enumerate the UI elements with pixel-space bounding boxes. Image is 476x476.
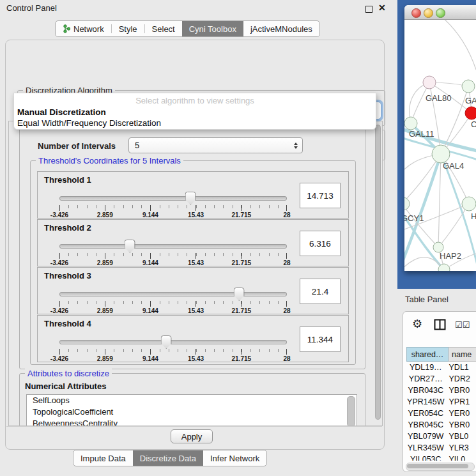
network-view-frame: GAL80 GA GAL11 CY GAL4 GCY1 HA HAP2 xyxy=(397,0,476,289)
close-icon[interactable]: ✕ xyxy=(378,3,386,13)
dropdown-option-manual-discretization[interactable]: Manual Discretization xyxy=(17,107,106,117)
node-gal11[interactable] xyxy=(404,117,417,130)
table-row[interactable]: YER054CYER0 xyxy=(406,408,476,419)
node-gcy1[interactable] xyxy=(404,197,410,210)
gear-icon[interactable]: ⚙ xyxy=(412,318,422,330)
table-row[interactable]: YLR345WYLR3 xyxy=(406,442,476,454)
slider-thumb[interactable] xyxy=(125,240,135,253)
tab-impute-data[interactable]: Impute Data xyxy=(73,450,133,466)
dropdown-option-equal-width-frequency[interactable]: Equal Width/Frequency Discretization xyxy=(17,118,161,128)
table-row[interactable]: YBR043CYBR0 xyxy=(406,385,476,396)
select-columns-checkboxes-icon[interactable]: ☑☑ xyxy=(455,320,470,330)
slider-track[interactable] xyxy=(59,244,287,249)
table-row[interactable]: YBR045CYBR0 xyxy=(406,419,476,431)
cell: YBR0 xyxy=(445,386,476,395)
cell: YDL19… xyxy=(406,363,445,372)
threshold-4-slider[interactable]: -3.426 2.859 9.144 15.43 21.715 28 xyxy=(59,335,287,360)
table-horizontal-scrollbar-thumb[interactable] xyxy=(407,464,468,468)
network-window-titlebar[interactable] xyxy=(404,5,476,20)
tick-label: 28 xyxy=(283,259,290,266)
tab-discretize-data-label: Discretize Data xyxy=(140,454,196,463)
tab-discretize-data[interactable]: Discretize Data xyxy=(133,450,203,466)
column-header-name[interactable]: name xyxy=(449,347,476,362)
close-traffic-light-icon[interactable] xyxy=(411,8,421,18)
edge xyxy=(441,20,476,70)
slider-track[interactable] xyxy=(59,196,287,201)
dropdown-hint-item: Select algorithm to view settings xyxy=(14,96,376,105)
node-label: GAL80 xyxy=(426,93,451,103)
slider-track[interactable] xyxy=(59,292,287,296)
float-window-icon[interactable] xyxy=(365,6,372,13)
node-selected-red[interactable] xyxy=(465,107,476,119)
threshold-3-panel: Threshold 3 -3.426 2.859 9.144 15.43 xyxy=(37,267,349,314)
cell: YPR1 xyxy=(445,397,476,406)
settings-scrollbar[interactable] xyxy=(374,123,381,421)
tab-select[interactable]: Select xyxy=(145,21,182,36)
threshold-3-slider[interactable]: -3.426 2.859 9.144 15.43 21.715 28 xyxy=(59,287,287,312)
minimize-traffic-light-icon[interactable] xyxy=(424,8,433,18)
tab-jactivemnodules[interactable]: jActiveMNodules xyxy=(243,21,319,36)
cyni-bottom-tabbar: Impute Data Discretize Data Infer Networ… xyxy=(73,450,267,466)
network-canvas[interactable]: GAL80 GA GAL11 CY GAL4 GCY1 HA HAP2 xyxy=(404,20,476,271)
maximize-traffic-light-icon[interactable] xyxy=(436,8,445,18)
tick-label: -3.426 xyxy=(50,355,68,362)
threshold-3-label: Threshold 3 xyxy=(44,271,91,280)
threshold-1-slider[interactable]: -3.426 2.859 9.144 15.43 21.715 28 xyxy=(59,191,287,217)
control-panel-title: Control Panel xyxy=(6,3,57,13)
tick-label: 15.43 xyxy=(188,355,204,362)
node-partial-top-right[interactable] xyxy=(462,80,475,93)
tick-label: 15.43 xyxy=(188,211,204,219)
list-scrollbar[interactable] xyxy=(347,396,355,426)
threshold-1-value-field[interactable]: 14.713 xyxy=(300,183,341,208)
table-horizontal-scrollbar[interactable] xyxy=(406,463,475,471)
slider-thumb[interactable] xyxy=(161,335,172,349)
node-label: CY xyxy=(471,119,476,129)
tick-label: 9.144 xyxy=(142,259,158,266)
slider-tick-labels: -3.426 2.859 9.144 15.43 21.715 28 xyxy=(59,355,287,363)
apply-button[interactable]: Apply xyxy=(171,429,213,443)
list-item[interactable]: SelfLoops xyxy=(27,395,357,406)
slider-thumb[interactable] xyxy=(234,288,245,301)
attributes-to-discretize-group: Attributes to discretize Numerical Attri… xyxy=(19,373,365,426)
split-columns-icon[interactable] xyxy=(434,319,446,332)
threshold-2-slider[interactable]: -3.426 2.859 9.144 15.43 21.715 28 xyxy=(59,239,287,265)
node-gal80[interactable] xyxy=(423,76,436,89)
column-header-shared-name[interactable]: shared… xyxy=(406,347,449,362)
table-panel-card: ⚙ ☑☑ shared… name YDL19…YDL1 YDR27…YDR2 … xyxy=(403,311,476,472)
number-of-intervals-value: 5 xyxy=(135,141,139,150)
cell: YLR3 xyxy=(445,443,476,452)
table-header-row: shared… name xyxy=(406,347,476,362)
tick-label: -3.426 xyxy=(50,259,68,266)
slider-thumb[interactable] xyxy=(185,192,196,205)
list-item[interactable]: TopologicalCoefficient xyxy=(27,406,357,418)
threshold-2-value-field[interactable]: 6.316 xyxy=(300,231,341,256)
node-partial-low-right[interactable] xyxy=(462,197,476,211)
tick-label: 15.43 xyxy=(188,307,204,314)
node-gal4[interactable] xyxy=(432,145,450,163)
table-row[interactable]: YBL079WYBL0 xyxy=(406,431,476,442)
table-row[interactable]: YIL053CYIL0 xyxy=(406,454,476,461)
table-row[interactable]: YPR145WYPR1 xyxy=(406,396,476,408)
table-row[interactable]: YDL19…YDL1 xyxy=(406,362,476,373)
tick-label: 21.715 xyxy=(232,307,252,314)
threshold-3-value-field[interactable]: 21.4 xyxy=(300,279,341,304)
threshold-4-value-field[interactable]: 11.344 xyxy=(300,326,341,352)
table-row[interactable]: YDR27…YDR2 xyxy=(406,373,476,385)
cell: YLR345W xyxy=(406,443,445,452)
tick-label: 2.859 xyxy=(97,307,113,314)
tick-label: 28 xyxy=(283,211,290,219)
tick-label: 21.715 xyxy=(232,355,252,362)
settings-scrollbar-thumb[interactable] xyxy=(375,125,381,420)
number-of-intervals-select[interactable]: 5 xyxy=(128,137,303,153)
tab-style[interactable]: Style xyxy=(112,21,144,36)
tab-network[interactable]: Network xyxy=(56,21,111,36)
slider-major-ticks xyxy=(59,301,287,307)
tab-infer-network[interactable]: Infer Network xyxy=(203,450,266,466)
tab-cyni-toolbox[interactable]: Cyni Toolbox xyxy=(182,21,243,36)
slider-track[interactable] xyxy=(59,340,287,344)
slider-major-ticks xyxy=(59,253,287,259)
network-graph: GAL80 GA GAL11 CY GAL4 GCY1 HA HAP2 xyxy=(404,20,476,271)
network-icon xyxy=(63,24,70,33)
threshold-1-label: Threshold 1 xyxy=(44,175,91,185)
list-item[interactable]: BetweennessCentrality xyxy=(27,418,357,426)
